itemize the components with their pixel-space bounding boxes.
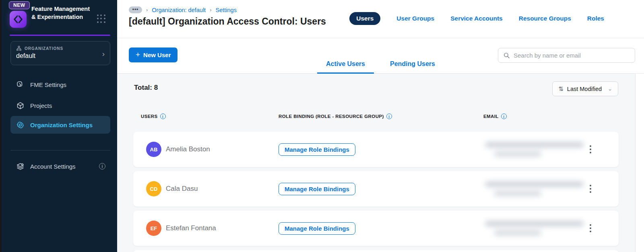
sidebar-item-label: Projects bbox=[30, 102, 52, 109]
info-icon[interactable]: i bbox=[99, 163, 105, 169]
manage-role-bindings-button[interactable]: Manage Role Bindings bbox=[279, 183, 355, 195]
tab-roles[interactable]: Roles bbox=[587, 15, 604, 22]
avatar: AB bbox=[146, 142, 161, 157]
org-tree-icon bbox=[16, 45, 22, 51]
search-box[interactable] bbox=[498, 48, 635, 63]
breadcrumb-link-settings[interactable]: Settings bbox=[216, 7, 237, 13]
table-row bbox=[133, 250, 619, 252]
breadcrumb-ellipsis-button[interactable]: ••• bbox=[129, 6, 142, 13]
split-outline-icon bbox=[16, 81, 25, 89]
column-header-email: EMAIL i bbox=[483, 114, 507, 119]
sidebar-item-label: Organization Settings bbox=[30, 122, 93, 128]
sort-dropdown[interactable]: ⇅ Last Modified ⌄ bbox=[552, 81, 618, 96]
split-logo-icon bbox=[10, 11, 27, 28]
chevron-right-icon: › bbox=[210, 7, 211, 13]
breadcrumb: ••• › Organization: default › Settings bbox=[129, 6, 237, 13]
info-icon[interactable]: i bbox=[501, 114, 507, 119]
table-row: EF Estefan Fontana Manage Role Bindings bbox=[133, 211, 619, 246]
sidebar-item-label: Account Settings bbox=[30, 163, 76, 170]
tab-users[interactable]: Users bbox=[349, 12, 380, 25]
sort-arrows-icon: ⇅ bbox=[558, 85, 564, 93]
chevron-right-icon: › bbox=[102, 50, 105, 58]
kebab-menu-icon[interactable] bbox=[586, 182, 594, 195]
table-header-row: USERS i ROLE BINDING (ROLE - RESOURCE GR… bbox=[133, 114, 619, 120]
tab-service-accounts[interactable]: Service Accounts bbox=[450, 15, 503, 22]
sidebar-item-organization-settings[interactable]: Organization Settings bbox=[10, 116, 110, 134]
kebab-menu-icon[interactable] bbox=[586, 143, 594, 156]
new-badge: NEW bbox=[9, 1, 30, 9]
manage-role-bindings-button[interactable]: Manage Role Bindings bbox=[279, 222, 355, 235]
sidebar-item-label: FME Settings bbox=[30, 81, 66, 88]
avatar: CD bbox=[146, 181, 161, 196]
search-icon bbox=[503, 52, 510, 59]
cube-icon bbox=[16, 101, 25, 110]
table-row: AB Amelia Boston Manage Role Bindings bbox=[133, 132, 619, 167]
tab-active-users[interactable]: Active Users bbox=[317, 60, 374, 74]
screen: NEW Feature Management & Experimentation… bbox=[0, 0, 644, 252]
breadcrumb-link-organization[interactable]: Organization: default bbox=[152, 7, 206, 13]
sort-label: Last Modified bbox=[567, 86, 602, 92]
info-icon[interactable]: i bbox=[386, 114, 392, 119]
sidebar-item-fme-settings[interactable]: FME Settings bbox=[10, 76, 110, 93]
plus-icon: + bbox=[136, 51, 140, 58]
product-title: Feature Management & Experimentation bbox=[31, 5, 95, 21]
tab-user-groups[interactable]: User Groups bbox=[396, 15, 434, 22]
email-redacted bbox=[485, 219, 590, 238]
email-redacted bbox=[485, 140, 590, 159]
user-name: Cala Dasu bbox=[166, 185, 198, 193]
search-input[interactable] bbox=[514, 52, 630, 59]
page-title: [default] Organization Access Control: U… bbox=[129, 16, 326, 27]
access-control-nav: Users User Groups Service Accounts Resou… bbox=[349, 12, 604, 25]
info-icon[interactable]: i bbox=[160, 114, 166, 119]
new-user-button-label: New User bbox=[143, 52, 171, 58]
kebab-menu-icon[interactable] bbox=[586, 222, 594, 235]
organizations-label: ORGANIZATIONS bbox=[25, 46, 63, 51]
avatar: EF bbox=[146, 221, 161, 236]
gear-icon bbox=[16, 121, 25, 129]
tab-pending-users[interactable]: Pending Users bbox=[381, 60, 444, 74]
apps-grid-icon[interactable] bbox=[97, 14, 106, 23]
page-header: ••• › Organization: default › Settings [… bbox=[117, 0, 644, 38]
organization-value: default bbox=[16, 52, 110, 60]
organization-selector[interactable]: ORGANIZATIONS default › bbox=[10, 41, 110, 65]
chevron-down-icon: ⌄ bbox=[608, 86, 612, 92]
tab-resource-groups[interactable]: Resource Groups bbox=[519, 15, 571, 22]
sidebar: NEW Feature Management & Experimentation… bbox=[2, 0, 117, 252]
user-name: Amelia Boston bbox=[166, 145, 210, 153]
accent-divider bbox=[10, 35, 110, 36]
email-redacted bbox=[485, 180, 590, 198]
total-count: Total: 8 bbox=[134, 84, 158, 92]
column-header-users: USERS i bbox=[141, 114, 166, 119]
layers-gear-icon bbox=[16, 162, 25, 171]
sidebar-item-account-settings[interactable]: Account Settings i bbox=[10, 157, 110, 175]
manage-role-bindings-button[interactable]: Manage Role Bindings bbox=[279, 143, 355, 156]
chevron-right-icon: › bbox=[146, 7, 148, 13]
sidebar-item-projects[interactable]: Projects bbox=[10, 97, 110, 114]
column-header-role-binding: ROLE BINDING (ROLE - RESOURCE GROUP) i bbox=[279, 114, 392, 119]
table-row: CD Cala Dasu Manage Role Bindings bbox=[133, 171, 619, 207]
sidebar-divider bbox=[10, 150, 110, 151]
user-name: Estefan Fontana bbox=[166, 224, 216, 232]
main-area: ••• › Organization: default › Settings [… bbox=[117, 0, 644, 252]
toolbar: + New User Active Users Pending Users bbox=[117, 38, 644, 74]
users-list-panel: Total: 8 ⇅ Last Modified ⌄ USERS i ROLE … bbox=[117, 74, 636, 252]
